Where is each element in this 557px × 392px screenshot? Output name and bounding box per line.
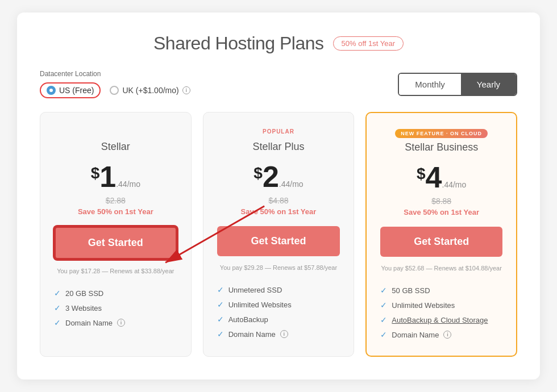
stellar-business-price-decimal-per: .44/mo	[442, 181, 467, 189]
stellar-plus-price-main: $ 2 .44/mo	[217, 162, 340, 191]
stellar-business-badge: NEW FEATURE · ON CLOUD	[380, 129, 502, 138]
check-icon: ✓	[380, 330, 387, 339]
datacenter-section: Datacenter Location US (Free) UK (+$1.00…	[40, 70, 190, 98]
stellar-business-feature-ssd-text: 50 GB SSD	[392, 286, 430, 295]
check-icon: ✓	[217, 300, 224, 309]
stellar-plus-badge: POPULAR	[217, 128, 340, 137]
stellar-plus-dollar: $	[253, 165, 263, 181]
stellar-business-feature-autobackup: ✓ AutoBackup & Cloud Storage	[380, 312, 502, 327]
stellar-plus-feature-autobackup: ✓ AutoBackup	[217, 312, 340, 327]
stellar-save-text: Save 50% on 1st Year	[54, 207, 177, 216]
stellar-feature-ssd: ✓ 20 GB SSD	[54, 286, 177, 301]
stellar-business-original-price: $8.88	[380, 197, 502, 206]
page-header: Shared Hosting Plans 50% off 1st Year	[40, 33, 517, 54]
controls-row: Datacenter Location US (Free) UK (+$1.00…	[40, 70, 517, 98]
stellar-business-get-started-btn[interactable]: Get Started	[380, 227, 502, 257]
stellar-business-dollar: $	[417, 166, 426, 182]
stellar-badge	[54, 128, 177, 137]
plan-stellar-business: NEW FEATURE · ON CLOUD Stellar Business …	[365, 112, 517, 357]
stellar-plus-price-int: 2	[263, 162, 279, 191]
stellar-plus-features: ✓ Unmetered SSD ✓ Unlimited Websites ✓ A…	[217, 282, 340, 341]
monthly-toggle-btn[interactable]: Monthly	[399, 74, 461, 95]
check-icon: ✓	[217, 315, 224, 324]
discount-badge: 50% off 1st Year	[333, 36, 404, 51]
stellar-get-started-btn[interactable]: Get Started	[54, 226, 177, 260]
datacenter-uk-label: UK (+$1.00/mo)	[122, 86, 178, 95]
stellar-business-feature-websites-text: Unlimited Websites	[392, 301, 455, 310]
stellar-business-feature-ssd: ✓ 50 GB SSD	[380, 283, 502, 298]
stellar-business-renew-text: You pay $52.68 — Renews at $104.88/year	[380, 265, 502, 272]
plans-grid: Stellar $ 1 .44/mo $2.88 Save 50% on 1st…	[40, 112, 517, 357]
stellar-plus-name: Stellar Plus	[217, 141, 340, 153]
stellar-name: Stellar	[54, 141, 177, 153]
stellar-plus-feature-ssd-text: Unmetered SSD	[228, 286, 282, 294]
stellar-plus-get-started-btn[interactable]: Get Started	[217, 226, 340, 256]
billing-toggle: Monthly Yearly	[398, 73, 517, 96]
plan-stellar: Stellar $ 1 .44/mo $2.88 Save 50% on 1st…	[40, 112, 192, 357]
datacenter-label: Datacenter Location	[40, 70, 190, 78]
check-icon: ✓	[54, 318, 61, 327]
check-icon: ✓	[380, 315, 387, 324]
stellar-feature-websites-text: 3 Websites	[65, 304, 102, 312]
stellar-feature-domain: ✓ Domain Name i	[54, 315, 177, 330]
stellar-business-feature-domain: ✓ Domain Name i	[380, 327, 502, 342]
check-icon: ✓	[217, 330, 224, 339]
stellar-plus-original-price: $4.88	[217, 196, 340, 205]
stellar-business-feature-domain-text: Domain Name	[392, 331, 439, 339]
stellar-dollar: $	[91, 165, 100, 181]
stellar-plus-feature-domain-text: Domain Name	[228, 330, 276, 339]
page-title: Shared Hosting Plans	[153, 33, 324, 54]
stellar-feature-websites: ✓ 3 Websites	[54, 301, 177, 315]
stellar-price-main: $ 1 .44/mo	[54, 162, 177, 191]
stellar-business-features: ✓ 50 GB SSD ✓ Unlimited Websites ✓ AutoB…	[380, 283, 502, 342]
new-feature-badge: NEW FEATURE · ON CLOUD	[395, 129, 488, 138]
stellar-business-name: Stellar Business	[380, 141, 502, 153]
stellar-plus-feature-ssd: ✓ Unmetered SSD	[217, 282, 340, 297]
datacenter-us-label: US (Free)	[59, 86, 94, 95]
domain-info-icon[interactable]: i	[117, 319, 125, 327]
stellar-business-feature-websites: ✓ Unlimited Websites	[380, 298, 502, 312]
stellar-price-block: $ 1 .44/mo	[54, 162, 177, 191]
stellar-plus-feature-autobackup-text: AutoBackup	[228, 315, 268, 324]
plan-stellar-plus: POPULAR Stellar Plus $ 2 .44/mo $4.88 Sa…	[203, 112, 355, 357]
radio-uk-empty	[110, 86, 119, 95]
stellar-renew-text: You pay $17.28 — Renews at $33.88/year	[54, 268, 177, 274]
check-icon: ✓	[54, 289, 61, 298]
stellar-plus-price-decimal-per: .44/mo	[279, 180, 304, 188]
stellar-plus-feature-domain: ✓ Domain Name i	[217, 327, 340, 341]
datacenter-uk-option[interactable]: UK (+$1.00/mo) i	[110, 86, 190, 95]
radio-inner	[49, 89, 53, 92]
datacenter-us-option[interactable]: US (Free)	[40, 82, 101, 98]
radio-us-selected	[47, 86, 56, 95]
stellar-plus-feature-websites-text: Unlimited Websites	[228, 301, 292, 309]
check-icon: ✓	[217, 285, 224, 294]
yearly-toggle-btn[interactable]: Yearly	[461, 74, 516, 95]
stellar-business-price-int: 4	[426, 162, 442, 192]
stellar-feature-domain-text: Domain Name	[65, 319, 113, 327]
datacenter-options: US (Free) UK (+$1.00/mo) i	[40, 82, 190, 98]
stellar-business-save-text: Save 50% on 1st Year	[380, 208, 502, 216]
stellar-business-price-main: $ 4 .44/mo	[380, 162, 502, 192]
domain-info-icon[interactable]: i	[443, 331, 451, 339]
check-icon: ✓	[380, 301, 387, 310]
stellar-original-price: $2.88	[54, 196, 177, 205]
stellar-price-int: 1	[99, 162, 116, 191]
stellar-price-decimal-per: .44/mo	[116, 180, 140, 188]
stellar-feature-ssd-text: 20 GB SSD	[65, 289, 103, 298]
stellar-plus-save-text: Save 50% on 1st Year	[217, 207, 340, 216]
stellar-business-feature-autobackup-text: AutoBackup & Cloud Storage	[392, 316, 488, 324]
stellar-features: ✓ 20 GB SSD ✓ 3 Websites ✓ Domain Name i	[54, 286, 177, 330]
check-icon: ✓	[54, 303, 61, 312]
stellar-plus-price-block: $ 2 .44/mo	[217, 162, 340, 191]
check-icon: ✓	[380, 286, 387, 295]
main-container: Shared Hosting Plans 50% off 1st Year Da…	[17, 12, 540, 380]
datacenter-uk-info-icon[interactable]: i	[182, 86, 190, 94]
stellar-business-price-block: $ 4 .44/mo	[380, 162, 502, 192]
stellar-plus-feature-websites: ✓ Unlimited Websites	[217, 297, 340, 312]
stellar-plus-renew-text: You pay $29.28 — Renews at $57.88/year	[217, 264, 340, 271]
domain-info-icon[interactable]: i	[280, 330, 288, 338]
